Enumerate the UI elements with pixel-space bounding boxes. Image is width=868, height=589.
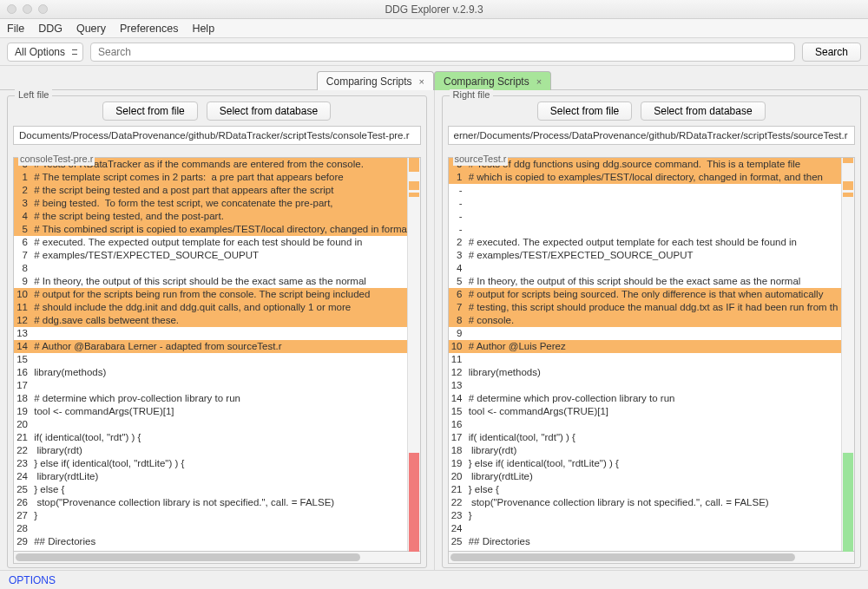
code-line[interactable]: 8 # console.	[449, 314, 842, 327]
left-path[interactable]: Documents/Process/DataProvenance/github/…	[13, 126, 421, 145]
code-line[interactable]: -	[449, 210, 842, 223]
code-line[interactable]: 17	[14, 379, 407, 392]
minimap-mark[interactable]	[843, 193, 853, 197]
minimize-window-icon[interactable]	[23, 4, 32, 14]
right-code-lines[interactable]: 0 # Tests of ddg functions using ddg.sou…	[449, 158, 842, 551]
zoom-window-icon[interactable]	[38, 4, 48, 14]
right-minimap[interactable]	[841, 158, 854, 551]
titlebar: DDG Explorer v.2.9.3	[0, 0, 868, 19]
code-line[interactable]: 27 }	[14, 509, 407, 522]
code-line[interactable]: 21 } else {	[449, 483, 842, 496]
code-line[interactable]: 24 library(rdtLite)	[14, 470, 407, 483]
code-line[interactable]: 9	[449, 327, 842, 340]
minimap-mark[interactable]	[843, 181, 853, 190]
code-line[interactable]: 19 tool <- commandArgs(TRUE)[1]	[14, 405, 407, 418]
right-select-from-file-button[interactable]: Select from file	[537, 101, 632, 121]
code-line[interactable]: 30 testDir <- "[DIR_LOCAL]/"	[14, 548, 407, 551]
search-button[interactable]: Search	[802, 43, 861, 62]
code-line[interactable]: 7 # examples/TEST/EXPECTED_SOURCE_OUPUT	[14, 249, 407, 262]
tab-comparing-scripts-2[interactable]: Comparing Scripts ×	[434, 71, 551, 90]
code-line[interactable]: 3 # being tested. To form the test scrip…	[14, 197, 407, 210]
code-line[interactable]: 16 library(methods)	[14, 366, 407, 379]
minimap-mark[interactable]	[409, 181, 419, 190]
close-icon[interactable]: ×	[419, 76, 424, 87]
menu-preferences[interactable]: Preferences	[120, 23, 178, 35]
menu-ddg[interactable]: DDG	[38, 23, 62, 35]
code-line[interactable]: 5 # This combined script is copied to ex…	[14, 223, 407, 236]
code-line[interactable]: 1 # The template script comes in 2 parts…	[14, 171, 407, 184]
code-line[interactable]: 18 # determine which prov-collection lib…	[14, 392, 407, 405]
code-line[interactable]: 2 # executed. The expected output templa…	[449, 236, 842, 249]
left-hscrollbar[interactable]	[13, 552, 421, 564]
minimap-mark[interactable]	[409, 453, 419, 557]
code-line[interactable]: 12 library(methods)	[449, 366, 842, 379]
code-line[interactable]: 17 if( identical(tool, "rdt") ) {	[449, 431, 842, 444]
code-line[interactable]: 23 }	[449, 509, 842, 522]
minimap-mark[interactable]	[409, 158, 419, 172]
right-select-from-database-button[interactable]: Select from database	[641, 101, 765, 121]
code-line[interactable]: 6 # executed. The expected output templa…	[14, 236, 407, 249]
code-line[interactable]: 29 ## Directories	[14, 535, 407, 548]
code-line[interactable]: 15 tool <- commandArgs(TRUE)[1]	[449, 405, 842, 418]
code-line[interactable]: 16	[449, 418, 842, 431]
minimap-mark[interactable]	[843, 158, 853, 163]
code-line[interactable]: 23 } else if( identical(tool, "rdtLite")…	[14, 457, 407, 470]
code-line[interactable]: 14 # Author @Barabara Lerner - adapted f…	[14, 340, 407, 353]
code-line[interactable]: 21 if( identical(tool, "rdt") ) {	[14, 431, 407, 444]
code-line[interactable]: 10 # output for the scripts being run fr…	[14, 288, 407, 301]
options-link[interactable]: OPTIONS	[9, 574, 56, 586]
left-code-lines[interactable]: 0 # Tests of RDataTracker as if the comm…	[14, 158, 407, 551]
code-line[interactable]: 9 # In theory, the output of this script…	[14, 275, 407, 288]
code-line[interactable]: 28	[14, 522, 407, 535]
code-line[interactable]: 15	[14, 353, 407, 366]
code-line[interactable]: 22 library(rdt)	[14, 444, 407, 457]
close-window-icon[interactable]	[7, 4, 16, 14]
code-line[interactable]: 2 # the script being tested and a post p…	[14, 184, 407, 197]
code-line[interactable]: 8	[14, 262, 407, 275]
search-input[interactable]	[90, 43, 795, 62]
code-line[interactable]: 7 # testing, this script should produce …	[449, 301, 842, 314]
code-line[interactable]: 5 # In theory, the output of this script…	[449, 275, 842, 288]
code-line[interactable]: 12 # ddg.save calls betweent these.	[14, 314, 407, 327]
minimap-mark[interactable]	[843, 453, 853, 557]
code-line[interactable]: 26 stop("Provenance collection library i…	[14, 496, 407, 509]
left-minimap[interactable]	[407, 158, 420, 551]
code-line[interactable]: 10 # Author @Luis Perez	[449, 340, 842, 353]
menu-query[interactable]: Query	[76, 23, 106, 35]
minimap-mark[interactable]	[409, 193, 419, 197]
close-icon[interactable]: ×	[536, 76, 542, 87]
code-line[interactable]: 11	[449, 353, 842, 366]
right-hscrollbar[interactable]	[448, 552, 856, 564]
code-line[interactable]: -	[449, 197, 842, 210]
code-line[interactable]: 20 library(rdtLite)	[449, 470, 842, 483]
code-line[interactable]: 25 } else {	[14, 483, 407, 496]
menu-help[interactable]: Help	[192, 23, 214, 35]
code-line[interactable]: -	[449, 184, 842, 197]
left-select-from-database-button[interactable]: Select from database	[207, 101, 331, 121]
line-number: 26	[14, 496, 31, 509]
code-line[interactable]: 4	[449, 262, 842, 275]
code-line[interactable]: 14 # determine which prov-collection lib…	[449, 392, 842, 405]
code-line[interactable]: 11 # should include the ddg.init and ddg…	[14, 301, 407, 314]
code-line[interactable]: 6 # output for scripts being sourced. Th…	[449, 288, 842, 301]
right-path[interactable]: erner/Documents/Process/DataProvenance/g…	[448, 126, 856, 145]
line-number: -	[449, 184, 466, 197]
code-line[interactable]: 18 library(rdt)	[449, 444, 842, 457]
code-line[interactable]: 22 stop("Provenance collection library i…	[449, 496, 842, 509]
code-line[interactable]: 1 # which is copied to examples/TEST/loc…	[449, 171, 842, 184]
tab-comparing-scripts-1[interactable]: Comparing Scripts ×	[317, 71, 434, 90]
code-line[interactable]: 13	[14, 327, 407, 340]
code-line[interactable]: -	[449, 223, 842, 236]
code-line[interactable]: 25 ## Directories	[449, 535, 842, 548]
left-select-from-file-button[interactable]: Select from file	[102, 101, 197, 121]
code-line[interactable]: 13	[449, 379, 842, 392]
code-line[interactable]: 24	[449, 522, 842, 535]
options-dropdown[interactable]: All Options	[7, 43, 83, 62]
menu-file[interactable]: File	[7, 23, 24, 35]
code-line[interactable]: 26 testDir <- "[DIR_LOCAL]/"	[449, 548, 842, 551]
code-line[interactable]: 4 # the script being tested, and the pos…	[14, 210, 407, 223]
code-line[interactable]: 3 # examples/TEST/EXPECTED_SOURCE_OUPUT	[449, 249, 842, 262]
line-number: 12	[14, 314, 31, 327]
code-line[interactable]: 19 } else if( identical(tool, "rdtLite")…	[449, 457, 842, 470]
code-line[interactable]: 20	[14, 418, 407, 431]
